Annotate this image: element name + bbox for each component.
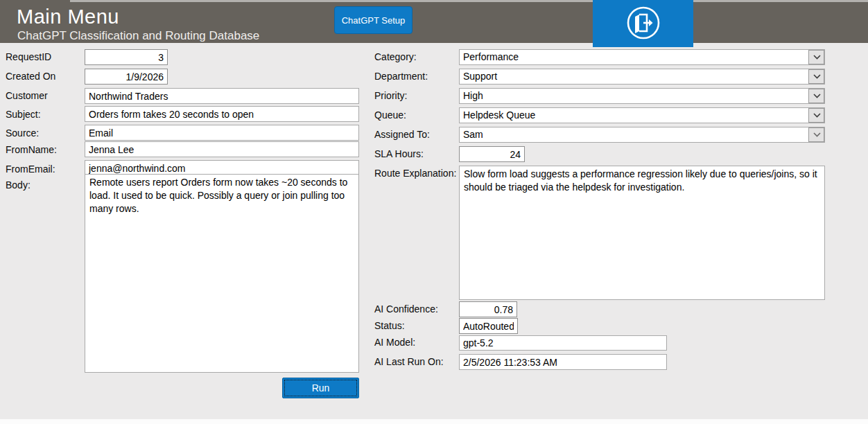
chatgpt-setup-button[interactable]: ChatGPT Setup — [334, 6, 413, 34]
customer-label: Customer — [6, 90, 48, 101]
from-name-field[interactable] — [85, 141, 359, 157]
request-id-label: RequestID — [6, 51, 51, 62]
priority-value: High — [460, 89, 808, 103]
source-field[interactable] — [85, 125, 359, 141]
category-label: Category: — [374, 51, 417, 62]
created-on-field[interactable] — [85, 69, 168, 85]
bottom-strip — [0, 419, 868, 424]
status-field[interactable] — [459, 318, 518, 334]
chevron-down-icon[interactable] — [808, 127, 824, 142]
customer-field[interactable] — [85, 88, 359, 104]
priority-label: Priority: — [374, 90, 407, 101]
chevron-down-icon[interactable] — [808, 69, 824, 84]
queue-value: Helpdesk Queue — [460, 108, 808, 123]
window-top-strip — [70, 0, 868, 2]
route-explanation-field[interactable]: Slow form load suggests a performance re… — [459, 166, 825, 300]
source-label: Source: — [6, 127, 39, 139]
subject-label: Subject: — [6, 109, 41, 120]
sla-hours-label: SLA Hours: — [374, 148, 424, 159]
assigned-to-label: Assigned To: — [374, 129, 430, 140]
ai-confidence-field[interactable] — [459, 301, 517, 317]
from-name-label: FromName: — [6, 144, 57, 155]
created-on-label: Created On — [6, 71, 55, 82]
ai-last-run-field[interactable] — [459, 354, 667, 370]
body-label: Body: — [6, 179, 31, 191]
ai-confidence-label: AI Confidence: — [374, 303, 438, 315]
chevron-down-icon[interactable] — [808, 89, 824, 103]
queue-label: Queue: — [374, 109, 406, 121]
category-value: Performance — [460, 50, 808, 64]
assigned-to-value: Sam — [460, 127, 808, 142]
main-menu-form: Main Menu ChatGPT Classification and Rou… — [0, 0, 868, 424]
ai-last-run-label: AI Last Run On: — [374, 356, 444, 367]
category-combobox[interactable]: Performance — [459, 49, 825, 65]
assigned-to-combobox[interactable]: Sam — [459, 127, 825, 143]
request-id-field[interactable] — [85, 49, 168, 65]
department-combobox[interactable]: Support — [459, 69, 825, 85]
department-value: Support — [460, 69, 808, 84]
body-field[interactable]: Remote users report Orders form now take… — [85, 174, 359, 373]
run-button[interactable]: Run — [282, 378, 359, 398]
status-label: Status: — [374, 320, 405, 331]
chevron-down-icon[interactable] — [808, 108, 824, 123]
exit-door-icon — [625, 5, 661, 43]
ai-model-label: AI Model: — [374, 337, 415, 348]
route-explanation-label: Route Explanation: — [374, 168, 456, 179]
exit-button[interactable] — [593, 0, 693, 47]
ai-model-field[interactable] — [459, 335, 667, 351]
queue-combobox[interactable]: Helpdesk Queue — [459, 107, 825, 123]
sla-hours-field[interactable] — [459, 146, 525, 162]
page-subtitle: ChatGPT Classification and Routing Datab… — [17, 29, 259, 43]
page-title: Main Menu — [17, 6, 119, 28]
department-label: Department: — [374, 71, 428, 82]
priority-combobox[interactable]: High — [459, 88, 825, 104]
header-bar: Main Menu ChatGPT Classification and Rou… — [0, 0, 868, 43]
chevron-down-icon[interactable] — [808, 50, 824, 64]
subject-field[interactable] — [85, 106, 359, 122]
from-email-label: FromEmail: — [6, 164, 55, 175]
